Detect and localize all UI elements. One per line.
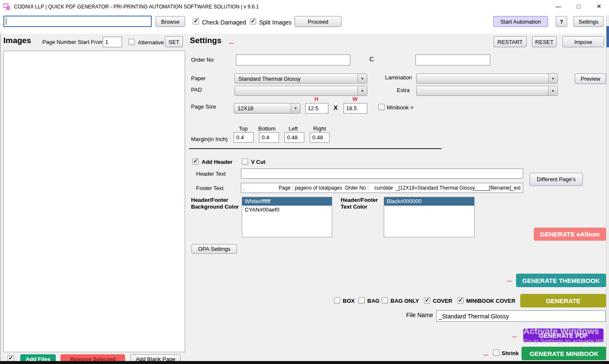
themebook-dots[interactable]: ...: [507, 276, 512, 283]
split-images-checkbox[interactable]: ✓: [250, 18, 256, 24]
settings-dots[interactable]: ...: [229, 38, 234, 45]
opa-settings-button[interactable]: OPA Settings: [191, 244, 237, 254]
lamination-select[interactable]: ▼: [416, 73, 558, 84]
alternative-label: Alternative: [138, 39, 164, 46]
checkmark-icon: ✓: [8, 354, 14, 361]
pad-value: [235, 86, 358, 95]
v-cut-checkbox[interactable]: ✓: [242, 158, 248, 165]
paper-value: Standard Thermal Glossy: [235, 74, 358, 83]
browse-button[interactable]: Browse: [156, 16, 185, 27]
add-header-label: Add Header: [202, 159, 232, 165]
generate-minibook-button[interactable]: GENERATE MINIBOOK: [522, 347, 606, 360]
width-column-label: W: [352, 96, 358, 102]
page-number-start-from-label: Page Number Start From: [42, 39, 104, 45]
order-no-label: Order No: [191, 57, 213, 63]
list-item[interactable]: Black#000000: [384, 197, 474, 206]
list-item[interactable]: CYAN#00aef0: [242, 206, 332, 214]
minibook-checkbox[interactable]: ✓: [378, 104, 385, 110]
shrink-checkbox[interactable]: ✓: [493, 350, 500, 356]
extra-select[interactable]: ▼: [416, 86, 558, 96]
page-height-input[interactable]: [305, 103, 328, 114]
generate-button[interactable]: GENERATE: [520, 294, 606, 307]
checkmark-icon: ✓: [458, 296, 463, 303]
alternative-checkbox[interactable]: ✓: [128, 39, 135, 45]
file-path-input[interactable]: [3, 16, 152, 27]
bg-color-listbox[interactable]: White#ffffff CYAN#00aef0: [242, 197, 332, 237]
section-divider: [189, 148, 442, 149]
lamination-value: [417, 74, 548, 83]
cover-label: COVER: [433, 298, 452, 304]
generate-themebook-button[interactable]: GENERATE THEMEBOOK: [516, 274, 606, 287]
text-color-listbox[interactable]: Black#000000: [384, 197, 475, 237]
checkmark-icon: ✓: [194, 17, 199, 24]
order-no-input[interactable]: [236, 54, 350, 65]
box-checkbox[interactable]: ✓: [334, 297, 340, 304]
shrink-label: Shrink: [502, 350, 519, 356]
help-button[interactable]: ?: [556, 16, 567, 27]
settings-button[interactable]: Settings: [573, 16, 604, 27]
dimension-x-separator: X: [333, 104, 338, 111]
margin-bottom-column-label: Bottom: [258, 125, 276, 132]
margin-left-input[interactable]: [284, 132, 304, 143]
pad-select[interactable]: ▼: [235, 86, 367, 96]
margin-left-column-label: Left: [289, 125, 298, 132]
footer-text-input[interactable]: [241, 183, 523, 193]
box-label: BOX: [343, 298, 355, 304]
different-pages-button[interactable]: Different Page's: [530, 173, 583, 186]
reset-button[interactable]: RESET: [532, 36, 557, 47]
vertical-scrollbar[interactable]: [606, 15, 609, 361]
c-input[interactable]: [415, 54, 490, 65]
margin-bottom-input[interactable]: [259, 132, 279, 143]
page-width-input[interactable]: [344, 103, 367, 114]
pdf-dots[interactable]: ...: [512, 332, 517, 339]
page-size-value: 12X18: [234, 103, 291, 113]
dropdown-arrow-icon[interactable]: ▼: [358, 86, 367, 95]
minibook-cover-checkbox[interactable]: ✓: [457, 297, 464, 304]
extra-value: [417, 86, 548, 95]
dropdown-arrow-icon[interactable]: ▼: [291, 103, 300, 113]
window-title: CODNIX LLP | QUICK PDF GENERATOR - PRI-P…: [14, 4, 259, 10]
preview-button[interactable]: Preview: [575, 73, 606, 84]
restart-button[interactable]: RESTART: [494, 36, 527, 47]
margin-right-input[interactable]: [310, 132, 330, 143]
bag-checkbox[interactable]: ✓: [358, 297, 365, 304]
cover-checkbox[interactable]: ✓: [424, 297, 430, 304]
shrink-dots[interactable]: ...: [483, 350, 489, 357]
scrollbar-thumb[interactable]: [606, 26, 609, 47]
list-item[interactable]: White#ffffff: [242, 197, 332, 206]
margin-top-input[interactable]: [234, 132, 254, 143]
start-automation-button[interactable]: Start Automation: [493, 16, 548, 27]
extra-label: Extra: [397, 87, 410, 93]
page-size-label: Page Size: [191, 103, 216, 110]
images-file-list[interactable]: [3, 51, 185, 352]
minimize-button[interactable]: —: [549, 1, 567, 11]
page-size-select[interactable]: 12X18 ▼: [234, 103, 300, 114]
generate-ealbum-button[interactable]: GENERATE eAlbum: [534, 228, 606, 241]
close-button[interactable]: ✕: [590, 1, 608, 11]
bag-only-checkbox[interactable]: ✓: [382, 297, 388, 304]
check-damaged-checkbox[interactable]: ✓: [193, 18, 199, 24]
bag-only-label: BAG ONLY: [391, 298, 419, 304]
header-text-input[interactable]: [241, 168, 523, 179]
dropdown-arrow-icon[interactable]: ▼: [548, 86, 557, 95]
proceed-button[interactable]: Proceed: [295, 16, 341, 27]
select-all-checkbox[interactable]: ✓: [8, 355, 14, 361]
pad-label: PAD: [191, 87, 202, 93]
generate-pdf-button[interactable]: GENERATE PDF: [523, 329, 604, 342]
paper-select[interactable]: Standard Thermal Glossy ▼: [235, 73, 367, 84]
v-cut-label: V Cut: [251, 159, 265, 165]
text-color-label-line1: Header/Footer: [341, 197, 378, 203]
file-name-input[interactable]: [436, 310, 606, 322]
dropdown-arrow-icon[interactable]: ▼: [548, 74, 557, 83]
dropdown-arrow-icon[interactable]: ▼: [358, 74, 367, 83]
maximize-button[interactable]: □: [570, 1, 587, 11]
margin-right-column-label: Right: [313, 125, 326, 132]
settings-panel-title: Settings: [190, 36, 221, 45]
add-header-checkbox[interactable]: ✓: [192, 158, 199, 165]
page-number-start-from-input[interactable]: [103, 37, 122, 47]
checkmark-icon: ✓: [251, 17, 256, 24]
impose-button[interactable]: Impose: [563, 36, 604, 47]
split-images-label: Split Images: [259, 19, 292, 26]
set-button[interactable]: SET: [165, 36, 183, 47]
paper-label: Paper: [191, 75, 206, 81]
